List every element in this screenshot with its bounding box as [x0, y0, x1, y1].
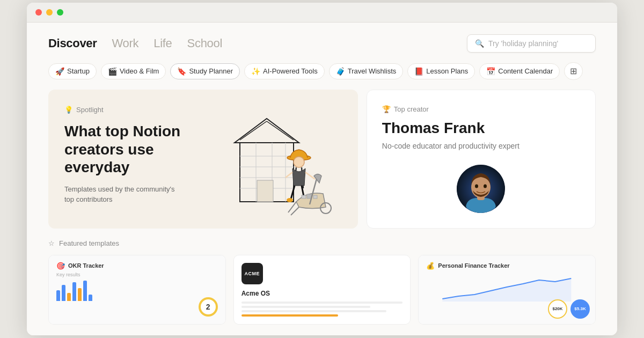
svg-rect-11 — [257, 180, 273, 202]
nav-tab-life[interactable]: Life — [153, 36, 172, 50]
template-card-acme[interactable]: ACME Acme OS — [233, 255, 411, 325]
svg-marker-1 — [235, 119, 299, 143]
nav-tabs: Discover Work Life School — [48, 36, 222, 50]
pill-study-planner[interactable]: 🔖 Study Planner — [170, 63, 240, 79]
nav-tab-discover[interactable]: Discover — [48, 36, 97, 50]
titlebar — [27, 3, 617, 23]
bar-3 — [67, 293, 71, 301]
svg-point-18 — [320, 203, 331, 214]
search-bar[interactable]: 🔍 Try 'holiday planning' — [467, 34, 596, 53]
search-icon: 🔍 — [475, 39, 484, 48]
study-icon: 🔖 — [177, 67, 186, 76]
bar-2 — [62, 285, 65, 301]
svg-rect-19 — [302, 195, 306, 199]
trophy-icon: 🏆 — [382, 105, 391, 113]
finance-badge-1: $20K — [548, 299, 567, 319]
travel-icon: 🧳 — [336, 67, 345, 76]
spotlight-illustration — [197, 111, 347, 229]
acme-bar-2 — [241, 306, 371, 308]
acme-title: Acme OS — [241, 290, 403, 297]
pill-lesson-plans[interactable]: 📕 Lesson Plans — [407, 63, 475, 79]
finance-badge-2: $5.3K — [570, 299, 590, 319]
spotlight-subtitle: Templates used by the community's top co… — [64, 184, 182, 205]
bar-7 — [89, 295, 92, 301]
pill-content-calendar[interactable]: 📅 Content Calendar — [479, 63, 560, 79]
maximize-button[interactable] — [57, 9, 63, 16]
main-panels: 💡 Spotlight What top Notion creators use… — [27, 90, 617, 239]
okr-title: OKR Tracker — [68, 262, 104, 269]
bar-5 — [78, 288, 82, 301]
minimize-button[interactable] — [46, 9, 53, 16]
pill-startup-label: Startup — [67, 67, 90, 75]
search-placeholder-text: Try 'holiday planning' — [488, 39, 558, 48]
featured-section: ☆ Featured templates 🎯 OKR Tracker Key r… — [27, 239, 617, 335]
content-area: Discover Work Life School 🔍 Try 'holiday… — [27, 23, 617, 335]
acme-bar-1 — [241, 302, 403, 304]
svg-rect-21 — [313, 195, 317, 199]
spotlight-label-text: Spotlight — [76, 106, 104, 114]
pill-lesson-label: Lesson Plans — [426, 67, 468, 75]
close-button[interactable] — [35, 9, 42, 16]
creator-label-text: Top creator — [394, 105, 429, 113]
pill-ai-tools[interactable]: ✨ AI-Powered Tools — [244, 63, 325, 79]
featured-header: ☆ Featured templates — [48, 239, 596, 247]
svg-point-27 — [475, 184, 478, 188]
star-icon: ☆ — [48, 239, 55, 247]
pill-travel-label: Travel Wishlists — [348, 67, 397, 75]
finance-title: Personal Finance Tracker — [438, 262, 509, 269]
avatar — [457, 165, 505, 213]
pill-ai-label: AI-Powered Tools — [263, 67, 318, 75]
spotlight-title: What top Notion creators use everyday — [64, 122, 204, 177]
svg-point-13 — [294, 157, 304, 167]
video-icon: 🎬 — [108, 67, 117, 76]
svg-point-14 — [287, 198, 293, 202]
acme-logo: ACME — [241, 263, 263, 284]
pill-travel[interactable]: 🧳 Travel Wishlists — [329, 63, 404, 79]
pill-startup[interactable]: 🚀 Startup — [48, 63, 97, 79]
header: Discover Work Life School 🔍 Try 'holiday… — [27, 23, 617, 62]
creator-name: Thomas Frank — [382, 120, 485, 137]
ai-icon: ✨ — [251, 67, 260, 76]
pill-study-label: Study Planner — [189, 67, 233, 75]
okr-subtitle: Key results — [56, 272, 218, 277]
template-card-finance[interactable]: 💰 Personal Finance Tracker $20K $5.3K — [418, 255, 596, 325]
main-window: Discover Work Life School 🔍 Try 'holiday… — [27, 3, 617, 335]
more-grid-icon: ⊞ — [570, 67, 577, 76]
pill-more-button[interactable]: ⊞ — [564, 62, 583, 80]
pill-calendar-label: Content Calendar — [498, 67, 553, 75]
spotlight-bulb-icon: 💡 — [64, 106, 73, 114]
acme-bar-3 — [241, 310, 387, 312]
svg-point-28 — [484, 184, 487, 188]
bar-6 — [83, 281, 87, 301]
creator-panel: 🏆 Top creator Thomas Frank No-code educa… — [367, 90, 596, 229]
template-cards: 🎯 OKR Tracker Key results — [48, 255, 596, 325]
svg-line-17 — [291, 207, 299, 215]
bar-1 — [56, 290, 60, 301]
startup-icon: 🚀 — [55, 67, 64, 76]
nav-tab-school[interactable]: School — [187, 36, 222, 50]
category-pills: 🚀 Startup 🎬 Video & Film 🔖 Study Planner… — [27, 62, 617, 90]
creator-label: 🏆 Top creator — [382, 105, 429, 113]
creator-bio: No-code educator and productivity expert — [382, 141, 519, 152]
nav-tab-work[interactable]: Work — [112, 36, 139, 50]
template-card-okr[interactable]: 🎯 OKR Tracker Key results — [48, 255, 226, 325]
spotlight-panel: 💡 Spotlight What top Notion creators use… — [48, 90, 358, 229]
lesson-icon: 📕 — [414, 67, 423, 76]
calendar-icon: 📅 — [486, 67, 495, 76]
bar-4 — [72, 282, 76, 301]
okr-circle: 2 — [199, 297, 218, 317]
svg-marker-29 — [443, 278, 572, 302]
finance-chart — [426, 272, 588, 302]
featured-header-text: Featured templates — [59, 239, 119, 247]
acme-bar-4 — [241, 314, 338, 317]
pill-video-label: Video & Film — [120, 67, 159, 75]
pill-video-film[interactable]: 🎬 Video & Film — [101, 63, 166, 79]
svg-rect-20 — [307, 194, 311, 199]
